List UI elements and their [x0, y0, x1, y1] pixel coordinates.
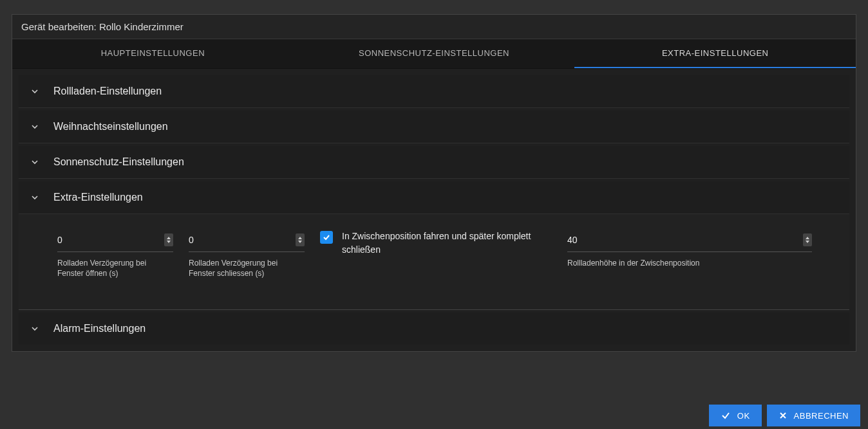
ok-label: OK	[737, 411, 750, 421]
tab-extra[interactable]: EXTRA-EINSTELLUNGEN	[574, 39, 856, 68]
height-value: 40	[567, 235, 803, 245]
tab-bar: HAUPTEINSTELLUNGEN SONNENSCHUTZ-EINSTELL…	[12, 39, 856, 69]
cancel-label: ABBRECHEN	[794, 411, 849, 421]
section-rollladen-title: Rollladen-Einstellungen	[53, 86, 162, 97]
delay-open-label: Rolladen Verzögerung bei Fenster öffnen …	[57, 259, 173, 278]
ok-button[interactable]: OK	[709, 405, 762, 426]
delay-close-value: 0	[189, 235, 296, 245]
stepper-icon[interactable]	[164, 233, 173, 246]
field-height: 40 Rollladenhöhe in der Zwischenposition	[567, 230, 812, 269]
field-intermediate: In Zwischenposition fahren und später ko…	[320, 230, 552, 257]
chevron-down-icon	[30, 193, 39, 202]
delay-close-label: Rolladen Verzögerung bei Fenster schlies…	[189, 259, 305, 278]
edit-device-dialog: Gerät bearbeiten: Rollo Kinderzimmer HAU…	[12, 14, 856, 352]
tab-main[interactable]: HAUPTEINSTELLUNGEN	[12, 39, 294, 68]
section-sonnen: Sonnenschutz-Einstellungen	[19, 146, 849, 179]
section-weihnacht-title: Weihnachtseinstellungen	[53, 121, 168, 132]
field-delay-open: 0 Rolladen Verzögerung bei Fenster öffne…	[57, 230, 173, 278]
section-sonnen-header[interactable]: Sonnenschutz-Einstellungen	[19, 146, 849, 179]
section-rollladen: Rollladen-Einstellungen	[19, 75, 849, 108]
intermediate-label: In Zwischenposition fahren und später ko…	[342, 230, 552, 257]
stepper-icon[interactable]	[296, 233, 305, 246]
close-icon	[778, 411, 788, 420]
section-alarm-title: Alarm-Einstellungen	[53, 323, 146, 334]
tab-sun[interactable]: SONNENSCHUTZ-EINSTELLUNGEN	[294, 39, 575, 68]
section-alarm-header[interactable]: Alarm-Einstellungen	[19, 313, 849, 345]
height-label: Rollladenhöhe in der Zwischenposition	[567, 259, 812, 269]
section-extra-title: Extra-Einstellungen	[53, 192, 143, 203]
section-rollladen-header[interactable]: Rollladen-Einstellungen	[19, 75, 849, 108]
chevron-down-icon	[30, 122, 39, 131]
section-sonnen-title: Sonnenschutz-Einstellungen	[53, 156, 184, 168]
section-extra-header[interactable]: Extra-Einstellungen	[19, 181, 849, 214]
delay-open-input[interactable]: 0	[57, 230, 173, 252]
dialog-title: Gerät bearbeiten: Rollo Kinderzimmer	[12, 15, 856, 39]
field-delay-close: 0 Rolladen Verzögerung bei Fenster schli…	[189, 230, 305, 278]
section-extra-body: 0 Rolladen Verzögerung bei Fenster öffne…	[19, 214, 849, 310]
height-input[interactable]: 40	[567, 230, 812, 252]
stepper-icon[interactable]	[803, 233, 812, 246]
cancel-button[interactable]: ABBRECHEN	[767, 405, 860, 426]
chevron-down-icon	[30, 87, 39, 96]
check-icon	[721, 410, 731, 421]
content-area: Rollladen-Einstellungen Weihnachtseinste…	[12, 69, 856, 351]
section-weihnacht: Weihnachtseinstellungen	[19, 111, 849, 143]
section-extra: Extra-Einstellungen 0 Rolladen Verzögeru…	[19, 181, 849, 310]
chevron-down-icon	[30, 158, 39, 167]
intermediate-checkbox[interactable]	[320, 231, 333, 244]
section-weihnacht-header[interactable]: Weihnachtseinstellungen	[19, 111, 849, 143]
dialog-footer: OK ABBRECHEN	[0, 403, 868, 429]
section-alarm: Alarm-Einstellungen	[19, 313, 849, 345]
delay-close-input[interactable]: 0	[189, 230, 305, 252]
chevron-down-icon	[30, 324, 39, 333]
delay-open-value: 0	[57, 235, 164, 245]
